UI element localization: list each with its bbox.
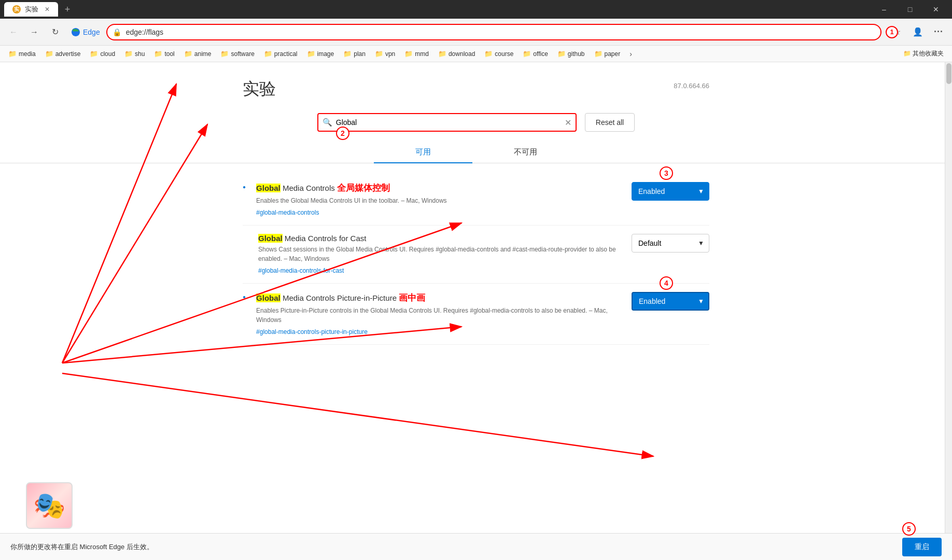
flag-item-global-media-controls-cast: Global Media Controls for Cast Shows Cas… [243,226,709,284]
search-bar-wrapper: 🔍 ✕ [317,113,577,132]
flag-desc: Enables the Global Media Controls UI in … [256,196,616,205]
edge-label: Edge [83,28,100,36]
folder-icon: 📁 [307,50,315,58]
tab-unavailable[interactable]: 不可用 [472,142,579,163]
annotation-1: 1 [886,26,898,38]
bookmark-mmd[interactable]: 📁 mmd [400,49,433,59]
back-button[interactable]: ← [4,23,23,41]
tab-favicon: 实 [12,5,21,13]
bookmark-paper[interactable]: 📁 paper [590,49,625,59]
flag-item-global-media-controls-pip: ● Global Media Controls Picture-in-Pictu… [243,284,709,345]
anime-character: 🎭 [26,482,73,529]
reload-button[interactable]: ↻ [46,23,64,41]
bookmark-media[interactable]: 📁 media [4,49,40,59]
scrollbar[interactable] [945,62,952,560]
bookmark-plan[interactable]: 📁 plan [339,49,370,59]
profile-button[interactable]: 👤 [908,23,927,41]
tab-close-icon[interactable]: ✕ [45,6,50,13]
bookmark-label: plan [354,50,366,58]
new-tab-button[interactable]: + [60,2,75,17]
flag-link[interactable]: #global-media-controls-picture-in-pictur… [256,328,368,335]
flag-title-rest: Media Controls [283,184,337,192]
restart-button[interactable]: 重启 [902,538,942,556]
highlight-text: Global [256,293,281,302]
folder-icon: 📁 [8,50,17,58]
bookmarks-other-folder[interactable]: 📁 其他收藏夹 [899,48,948,59]
flag-control: 3 Enabled Default Disabled ▼ [626,182,709,201]
bookmark-label: tool [164,50,174,58]
edge-logo: Edge [66,27,104,37]
bookmark-label: media [19,50,36,58]
bookmarks-bar: 📁 media 📁 advertise 📁 cloud 📁 shu 📁 tool… [0,46,952,62]
address-icon: 🔒 [113,28,121,36]
bookmark-label: download [449,50,475,58]
bookmark-label: paper [605,50,621,58]
bookmark-software[interactable]: 📁 software [216,49,258,59]
flag-info: Global Media Controls Picture-in-Picture… [256,292,616,336]
bookmark-label: course [495,50,513,58]
search-icon: 🔍 [323,118,332,127]
folder-icon: 📁 [903,50,911,57]
flag-select-cast[interactable]: Default Enabled Disabled [632,234,709,253]
active-tab[interactable]: 实 实验 ✕ [4,2,58,17]
scrollbar-thumb[interactable] [946,63,951,84]
flag-control: 4 Enabled Default Disabled ▼ [626,292,709,311]
forward-button[interactable]: → [25,23,44,41]
bookmark-label: image [317,50,334,58]
search-clear-button[interactable]: ✕ [565,118,571,128]
folder-icon: 📁 [264,50,272,58]
bookmark-image[interactable]: 📁 image [303,49,339,59]
search-input[interactable] [317,113,577,132]
flags-header: 实验 87.0.664.66 [0,62,952,108]
flags-version: 87.0.664.66 [674,78,709,90]
flag-select-pip[interactable]: Enabled Default Disabled [632,292,709,311]
flag-desc: Enables Picture-in-Picture controls in t… [256,306,616,325]
folder-icon: 📁 [484,50,493,58]
other-label: 其他收藏夹 [913,50,944,57]
flag-select-media-controls[interactable]: Enabled Default Disabled [632,182,709,201]
address-input[interactable] [106,24,881,40]
bookmark-label: github [568,50,585,58]
flag-items-container: ● Global Media Controls 全局媒体控制 Enables t… [243,163,709,355]
folder-icon: 📁 [45,50,53,58]
reset-all-button[interactable]: Reset all [585,113,635,132]
select-wrapper: Default Enabled Disabled ▼ [632,234,709,253]
bookmark-github[interactable]: 📁 github [553,49,589,59]
maximize-button[interactable]: □ [898,0,922,19]
bookmark-label: vpn [385,50,395,58]
annotation-5: 5 [902,522,916,536]
notification-bar: 你所做的更改将在重启 Microsoft Edge 后生效。 5 重启 [0,533,952,560]
bookmark-advertise[interactable]: 📁 advertise [41,49,85,59]
tab-title: 实验 [25,5,38,14]
highlight-text: Global [258,234,283,243]
bookmark-tool[interactable]: 📁 tool [150,49,178,59]
flag-link[interactable]: #global-media-controls [256,209,319,216]
close-button[interactable]: ✕ [924,0,948,19]
bookmark-vpn[interactable]: 📁 vpn [371,49,399,59]
tab-available[interactable]: 可用 [374,142,472,163]
highlight-text: Global [256,184,281,192]
bookmark-anime[interactable]: 📁 anime [180,49,216,59]
folder-icon: 📁 [220,50,229,58]
flag-title: Global Media Controls for Cast [258,234,616,243]
flag-title: Global Media Controls 全局媒体控制 [256,182,616,194]
bookmarks-more-button[interactable]: › [626,49,635,59]
search-bar-container: 2 🔍 ✕ Reset all [0,108,952,142]
bookmark-cloud[interactable]: 📁 cloud [86,49,119,59]
notification-text: 你所做的更改将在重启 Microsoft Edge 后生效。 [10,542,153,552]
more-button[interactable]: ··· [929,23,948,41]
bookmark-office[interactable]: 📁 office [519,49,552,59]
bookmark-label: shu [135,50,145,58]
minimize-button[interactable]: – [872,0,896,19]
address-bar-wrapper: 🔒 1 [106,24,881,40]
flag-link[interactable]: #global-media-controls-for-cast [258,267,344,274]
folder-icon: 📁 [594,50,603,58]
bookmark-course[interactable]: 📁 course [480,49,517,59]
flag-bullet: ● [243,294,246,300]
bookmark-shu[interactable]: 📁 shu [120,49,149,59]
annotation-2: 2 [336,127,349,140]
bookmark-label: software [231,50,254,58]
bookmark-practical[interactable]: 📁 practical [260,49,302,59]
bookmark-download[interactable]: 📁 download [434,49,479,59]
flag-info: Global Media Controls for Cast Shows Cas… [258,234,616,275]
